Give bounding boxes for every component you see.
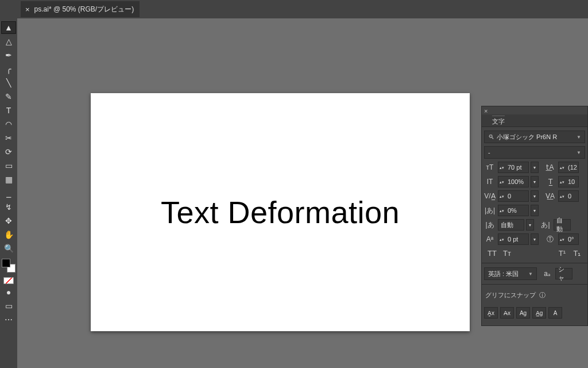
document-tabbar: × ps.ai* @ 50% (RGB/プレビュー) [17,0,588,18]
rotate-tool[interactable]: ⟳ [2,146,16,158]
font-size-dropdown[interactable]: ▾ [531,162,539,173]
snap-label: グリフにスナップ [485,291,536,300]
info-icon[interactable]: ⓘ [539,291,546,300]
stepper-icon[interactable]: ▴▾ [498,180,505,184]
kerning-input[interactable]: ▴▾0 [498,190,529,202]
tracking-value: 0 [566,193,578,200]
tsume-input[interactable]: ▴▾0% [498,205,529,216]
scale-icon: ▭ [5,161,13,170]
stepper-icon[interactable]: ▴▾ [559,166,566,170]
draw-mode[interactable]: ● [2,286,16,298]
kerning-icon: V/A̲ [484,191,496,201]
stepper-icon[interactable]: ▴▾ [559,237,566,241]
aki-left-dropdown[interactable]: ▾ [526,219,534,231]
shape-tool[interactable]: ◠ [2,118,16,130]
font-family-field[interactable]: 🔍︎ 小塚ゴシック Pr6N R ▼ [484,131,585,143]
drawmode-icon: ● [6,288,11,297]
none-swatch[interactable] [3,277,14,284]
antialias-icon: aₐ [541,269,553,279]
antialias-input[interactable]: シャ [555,268,572,279]
scissors-icon: ✂ [5,133,12,143]
scissors-tool[interactable]: ✂ [2,132,16,144]
gradient-icon: ▦ [5,175,13,184]
zoom-tool[interactable]: 🔍 [2,243,16,254]
font-style-field[interactable]: - ▼ [484,146,585,159]
blend-tool[interactable]: ↯ [2,201,16,213]
stepper-icon[interactable]: ▴▾ [498,237,505,241]
vscale-value: 100% [505,178,528,185]
pen-tool[interactable]: ✒ [2,49,16,61]
artboard-text[interactable]: Text Deformation [161,194,400,230]
superscript-button[interactable]: T¹ [556,249,568,258]
snap-xheight-button[interactable]: A̶x [500,307,514,319]
direct-selection-tool[interactable]: △ [2,36,16,47]
rotation-input[interactable]: ▴▾0° [558,233,579,245]
brush-tool[interactable]: ✎ [2,91,16,102]
snap-glyph-button[interactable]: Ag [516,307,530,319]
panel-close-icon[interactable]: × [484,108,491,114]
vscale-dropdown[interactable]: ▾ [531,176,539,187]
screen-mode[interactable]: ▭ [2,300,16,312]
chevron-down-icon: ▼ [528,271,533,277]
hscale-input[interactable]: ▴▾10 [558,176,579,187]
brush-icon: ✎ [5,92,12,101]
stepper-icon[interactable]: ▴▾ [498,166,505,170]
eyedropper-tool[interactable]: ⎯ [2,187,16,199]
eyedropper-icon: ⎯ [6,189,11,198]
panel-body: 🔍︎ 小塚ゴシック Pr6N R ▼ - ▼ тT ▴▾70 pt ▾ t͟A … [482,127,587,325]
rotation-value: 0° [566,236,578,243]
fill-swatch[interactable] [2,259,10,267]
smallcaps-button[interactable]: Tт [501,249,513,258]
artboard-tool[interactable]: ✥ [2,215,16,227]
baseline-icon: Aª [484,234,496,244]
fill-stroke-swatch[interactable] [2,259,16,273]
character-panel: × 文字 🔍︎ 小塚ゴシック Pr6N R ▼ - ▼ тT ▴▾70 pt ▾… [481,106,588,326]
subscript-button[interactable]: T₁ [571,249,583,258]
baseline-input[interactable]: ▴▾0 pt [498,233,529,245]
curvature-tool[interactable]: ╭ [2,63,16,75]
curve-icon: ╭ [6,64,11,74]
panel-title: 文字 [492,116,505,126]
baseline-value: 0 pt [505,236,528,243]
leading-value: (12 [566,164,578,171]
more-tools[interactable]: ⋯ [2,314,16,325]
rotate-icon: ⟳ [5,147,12,156]
language-field[interactable]: 英語 : 米国 ▼ [484,267,537,280]
stepper-icon[interactable]: ▴▾ [559,194,566,198]
artboard[interactable]: Text Deformation [91,93,470,331]
panel-tab[interactable]: 文字 [482,114,587,127]
font-size-value: 70 pt [505,164,528,171]
kerning-dropdown[interactable]: ▾ [531,190,539,202]
selection-tool[interactable]: ▲ [2,22,16,33]
baseline-dropdown[interactable]: ▾ [531,233,539,245]
close-tab-icon[interactable]: × [25,5,30,14]
snap-embox-button[interactable]: A̲g [532,307,546,319]
font-size-icon: тT [484,162,496,172]
line-icon: ╲ [6,78,11,87]
stepper-icon[interactable]: ▴▾ [498,194,505,198]
stepper-icon[interactable]: ▴▾ [498,209,505,213]
aki-right-input[interactable]: 自動 [554,219,571,231]
gradient-tool[interactable]: ▦ [2,174,16,185]
snap-angular-button[interactable]: A [548,307,562,319]
aki-left-input[interactable]: 自動 [498,219,524,231]
tracking-input[interactable]: ▴▾0 [558,190,579,202]
tsume-dropdown[interactable]: ▾ [531,205,539,216]
snap-baseline-button[interactable]: A̱x [484,307,498,319]
cursor-icon: ▲ [5,23,13,32]
scale-tool[interactable]: ▭ [2,160,16,171]
allcaps-button[interactable]: TT [486,249,498,258]
stepper-icon[interactable]: ▴▾ [559,180,566,184]
antialias-value: シャ [556,265,572,282]
aki-left-icon: |あ [484,220,496,230]
line-tool[interactable]: ╲ [2,77,16,89]
leading-input[interactable]: ▴▾(12 [558,162,579,173]
language-value: 英語 : 米国 [488,270,519,278]
aki-right-value: 自動 [554,216,570,233]
vscale-input[interactable]: ▴▾100% [498,176,529,187]
font-size-input[interactable]: ▴▾70 pt [498,162,529,173]
document-tab[interactable]: × ps.ai* @ 50% (RGB/プレビュー) [21,1,140,17]
hand-tool[interactable]: ✋ [2,229,16,240]
rotation-icon: Ⓣ [544,234,556,244]
type-tool[interactable]: T [2,105,16,116]
